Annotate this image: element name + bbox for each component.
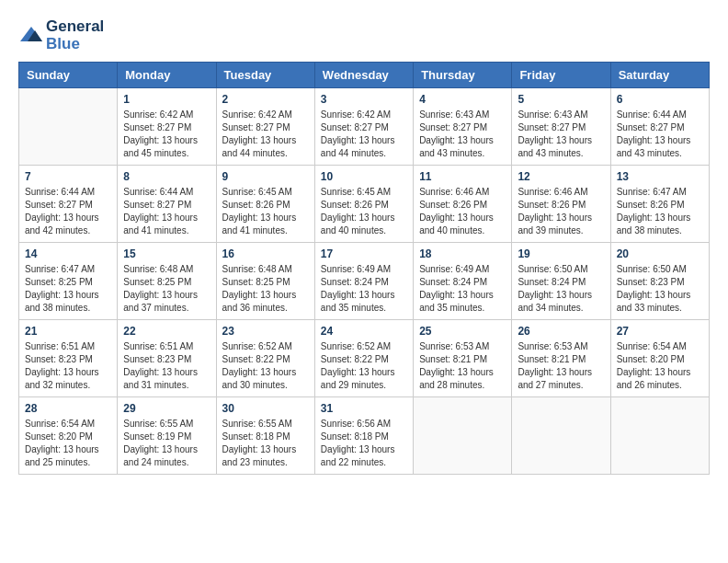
day-number: 10 [321,170,407,183]
day-number: 23 [222,325,309,338]
calendar-cell: 10Sunrise: 6:45 AMSunset: 8:26 PMDayligh… [314,166,413,243]
weekday-header-thursday: Thursday [414,63,512,88]
day-number: 6 [617,93,703,106]
day-number: 4 [419,93,506,106]
day-info: Sunrise: 6:52 AMSunset: 8:22 PMDaylight:… [222,340,309,392]
day-number: 30 [222,402,309,415]
calendar-cell: 22Sunrise: 6:51 AMSunset: 8:23 PMDayligh… [118,320,216,397]
calendar-cell: 4Sunrise: 6:43 AMSunset: 8:27 PMDaylight… [414,88,512,166]
calendar-cell: 29Sunrise: 6:55 AMSunset: 8:19 PMDayligh… [118,397,216,475]
weekday-header-sunday: Sunday [19,63,118,88]
calendar-cell: 30Sunrise: 6:55 AMSunset: 8:18 PMDayligh… [216,397,314,475]
calendar-week-row: 21Sunrise: 6:51 AMSunset: 8:23 PMDayligh… [19,320,710,397]
day-number: 8 [123,170,210,183]
logo: General Blue [18,18,104,52]
day-number: 13 [617,170,703,183]
day-number: 20 [617,247,703,260]
calendar-cell: 28Sunrise: 6:54 AMSunset: 8:20 PMDayligh… [19,397,118,475]
day-number: 5 [518,93,604,106]
day-number: 28 [25,402,111,415]
logo-icon [18,23,44,49]
day-info: Sunrise: 6:51 AMSunset: 8:23 PMDaylight:… [25,340,111,392]
calendar-cell: 8Sunrise: 6:44 AMSunset: 8:27 PMDaylight… [118,166,216,243]
calendar-cell: 17Sunrise: 6:49 AMSunset: 8:24 PMDayligh… [314,243,413,320]
day-number: 21 [25,325,111,338]
logo-text-line1: General [46,18,104,36]
page-header: General Blue [18,18,710,52]
calendar-cell: 27Sunrise: 6:54 AMSunset: 8:20 PMDayligh… [610,320,709,397]
day-info: Sunrise: 6:55 AMSunset: 8:18 PMDaylight:… [222,418,309,469]
calendar-cell: 3Sunrise: 6:42 AMSunset: 8:27 PMDaylight… [314,88,413,166]
day-info: Sunrise: 6:51 AMSunset: 8:23 PMDaylight:… [123,340,210,392]
day-info: Sunrise: 6:43 AMSunset: 8:27 PMDaylight:… [419,109,506,160]
weekday-header-monday: Monday [118,63,216,88]
calendar-cell [19,88,118,166]
day-info: Sunrise: 6:47 AMSunset: 8:25 PMDaylight:… [25,263,111,315]
calendar-cell: 13Sunrise: 6:47 AMSunset: 8:26 PMDayligh… [610,166,709,243]
day-info: Sunrise: 6:50 AMSunset: 8:23 PMDaylight:… [617,263,703,315]
day-number: 24 [321,325,407,338]
day-info: Sunrise: 6:46 AMSunset: 8:26 PMDaylight:… [419,186,506,237]
day-number: 3 [321,93,407,106]
calendar-cell: 26Sunrise: 6:53 AMSunset: 8:21 PMDayligh… [512,320,610,397]
calendar-week-row: 7Sunrise: 6:44 AMSunset: 8:27 PMDaylight… [19,166,710,243]
day-number: 17 [321,247,407,260]
calendar-cell: 7Sunrise: 6:44 AMSunset: 8:27 PMDaylight… [19,166,118,243]
weekday-header-row: SundayMondayTuesdayWednesdayThursdayFrid… [19,63,710,88]
calendar-cell [414,397,512,475]
calendar-cell: 24Sunrise: 6:52 AMSunset: 8:22 PMDayligh… [314,320,413,397]
day-info: Sunrise: 6:53 AMSunset: 8:21 PMDaylight:… [518,340,604,392]
day-number: 14 [25,247,111,260]
logo-text-line2: Blue [46,36,104,53]
day-number: 15 [123,247,210,260]
day-number: 31 [321,402,407,415]
day-info: Sunrise: 6:53 AMSunset: 8:21 PMDaylight:… [419,340,506,392]
calendar-cell: 21Sunrise: 6:51 AMSunset: 8:23 PMDayligh… [19,320,118,397]
day-info: Sunrise: 6:45 AMSunset: 8:26 PMDaylight:… [321,186,407,237]
calendar-cell: 16Sunrise: 6:48 AMSunset: 8:25 PMDayligh… [216,243,314,320]
day-info: Sunrise: 6:50 AMSunset: 8:24 PMDaylight:… [518,263,604,315]
day-number: 25 [419,325,506,338]
day-info: Sunrise: 6:44 AMSunset: 8:27 PMDaylight:… [617,109,703,160]
calendar-cell: 25Sunrise: 6:53 AMSunset: 8:21 PMDayligh… [414,320,512,397]
calendar-cell: 18Sunrise: 6:49 AMSunset: 8:24 PMDayligh… [414,243,512,320]
calendar-table: SundayMondayTuesdayWednesdayThursdayFrid… [18,62,710,475]
day-number: 11 [419,170,506,183]
calendar-cell: 15Sunrise: 6:48 AMSunset: 8:25 PMDayligh… [118,243,216,320]
day-number: 29 [123,402,210,415]
calendar-cell: 11Sunrise: 6:46 AMSunset: 8:26 PMDayligh… [414,166,512,243]
calendar-cell: 1Sunrise: 6:42 AMSunset: 8:27 PMDaylight… [118,88,216,166]
day-number: 26 [518,325,604,338]
calendar-cell: 31Sunrise: 6:56 AMSunset: 8:18 PMDayligh… [314,397,413,475]
day-info: Sunrise: 6:48 AMSunset: 8:25 PMDaylight:… [123,263,210,315]
day-info: Sunrise: 6:52 AMSunset: 8:22 PMDaylight:… [321,340,407,392]
calendar-cell: 6Sunrise: 6:44 AMSunset: 8:27 PMDaylight… [610,88,709,166]
day-info: Sunrise: 6:49 AMSunset: 8:24 PMDaylight:… [419,263,506,315]
calendar-cell: 20Sunrise: 6:50 AMSunset: 8:23 PMDayligh… [610,243,709,320]
weekday-header-saturday: Saturday [610,63,709,88]
day-info: Sunrise: 6:49 AMSunset: 8:24 PMDaylight:… [321,263,407,315]
day-number: 12 [518,170,604,183]
calendar-cell [512,397,610,475]
calendar-week-row: 14Sunrise: 6:47 AMSunset: 8:25 PMDayligh… [19,243,710,320]
day-info: Sunrise: 6:45 AMSunset: 8:26 PMDaylight:… [222,186,309,237]
day-info: Sunrise: 6:56 AMSunset: 8:18 PMDaylight:… [321,418,407,469]
day-number: 7 [25,170,111,183]
day-number: 18 [419,247,506,260]
day-info: Sunrise: 6:44 AMSunset: 8:27 PMDaylight:… [123,186,210,237]
day-info: Sunrise: 6:42 AMSunset: 8:27 PMDaylight:… [222,109,309,160]
day-info: Sunrise: 6:46 AMSunset: 8:26 PMDaylight:… [518,186,604,237]
calendar-week-row: 28Sunrise: 6:54 AMSunset: 8:20 PMDayligh… [19,397,710,475]
day-info: Sunrise: 6:42 AMSunset: 8:27 PMDaylight:… [123,109,210,160]
day-number: 2 [222,93,309,106]
day-info: Sunrise: 6:44 AMSunset: 8:27 PMDaylight:… [25,186,111,237]
day-info: Sunrise: 6:47 AMSunset: 8:26 PMDaylight:… [617,186,703,237]
calendar-cell: 12Sunrise: 6:46 AMSunset: 8:26 PMDayligh… [512,166,610,243]
weekday-header-tuesday: Tuesday [216,63,314,88]
calendar-cell [610,397,709,475]
calendar-cell: 23Sunrise: 6:52 AMSunset: 8:22 PMDayligh… [216,320,314,397]
day-number: 22 [123,325,210,338]
calendar-cell: 2Sunrise: 6:42 AMSunset: 8:27 PMDaylight… [216,88,314,166]
calendar-cell: 5Sunrise: 6:43 AMSunset: 8:27 PMDaylight… [512,88,610,166]
day-number: 9 [222,170,309,183]
